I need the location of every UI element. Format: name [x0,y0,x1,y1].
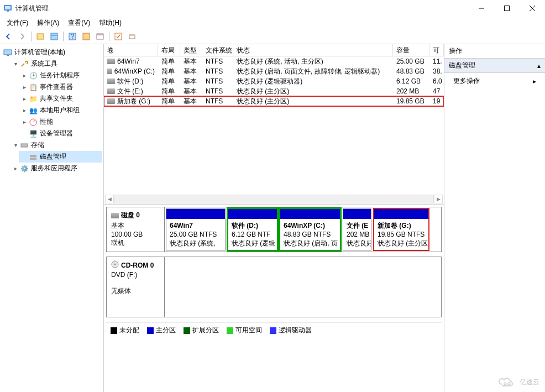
partition-box[interactable]: 新加卷 (G:) 19.85 GB NTFS 状态良好 (主分区 [374,208,429,250]
svg-rect-19 [7,55,9,56]
partition-stripe [280,209,340,219]
volume-row[interactable]: 新加卷 (G:) 简单 基本 NTFS 状态良好 (主分区) 19.85 GB … [104,96,444,106]
drive-icon [107,98,115,104]
tree-device-manager[interactable]: 🖥️设备管理器 [19,128,102,139]
cdrom-row[interactable]: CD-ROM 0 DVD (F:) 无媒体 [106,257,442,317]
expand-icon[interactable]: ▸ [21,96,28,102]
partition-stripe [374,209,428,219]
tree-system-tools[interactable]: ▾ 系统工具 [10,58,102,70]
disk-icon [111,213,119,218]
scroll-left-icon[interactable]: ◀ [105,195,114,203]
svg-rect-1 [5,6,11,9]
legend-free: 可用空间 [227,326,262,335]
users-icon: 👥 [29,106,38,115]
vol-name: 64Win7 [117,58,140,65]
col-layout[interactable]: 布局 [158,44,180,56]
partition-size: 25.00 GB NTFS [170,231,217,238]
collapse-icon[interactable]: ▴ [537,62,541,70]
tree-storage[interactable]: ▾ 存储 [10,139,102,151]
expand-icon[interactable]: ▸ [21,107,28,114]
collapse-icon[interactable]: ▾ [12,142,19,149]
volume-row[interactable]: 64WinXP (C:) 简单 基本 NTFS 状态良好 (启动, 页面文件, … [104,66,444,76]
toolbar-icon-6[interactable] [126,30,138,43]
scroll-right-icon[interactable]: ▶ [434,195,443,203]
col-filesystem[interactable]: 文件系统 [202,44,233,56]
maximize-button[interactable] [494,0,520,17]
scroll-track[interactable] [114,195,434,203]
volume-row[interactable]: 软件 (D:) 简单 基本 NTFS 状态良好 (逻辑驱动器) 6.12 GB … [104,76,444,86]
tree-local-users[interactable]: ▸👥本地用户和组 [19,104,102,116]
partition-title: 64WinXP (C:) [284,222,325,229]
forward-button[interactable] [16,30,28,43]
svg-point-26 [114,264,116,265]
col-status[interactable]: 状态 [233,44,393,56]
tree-performance[interactable]: ▸性能 [19,116,102,128]
svg-rect-14 [97,34,103,35]
actions-subhead[interactable]: 磁盘管理 ▴ [444,59,545,73]
tree-panel: 计算机管理(本地) ▾ 系统工具 ▸🕒任务计划程序 ▸📋事件查看器 ▸📁共享文件… [0,44,104,392]
svg-point-27 [504,383,506,385]
tree-root[interactable]: 计算机管理(本地) [1,46,102,58]
partition-box[interactable]: 文件 (E 202 MB 状态良好 [343,208,371,250]
actions-more[interactable]: 更多操作 ▸ [444,73,545,89]
svg-rect-17 [129,35,135,36]
expand-icon[interactable]: ▸ [21,119,28,126]
minimize-button[interactable] [469,0,494,17]
close-button[interactable] [520,0,545,17]
tree-shared-folders[interactable]: ▸📁共享文件夹 [19,93,102,104]
toolbar-icon-4[interactable] [94,30,106,43]
menu-help[interactable]: 帮助(H) [95,17,126,29]
menu-view[interactable]: 查看(V) [64,17,95,29]
svg-rect-18 [4,50,12,55]
hscrollbar[interactable]: ◀ ▶ [104,194,444,204]
expand-icon[interactable]: ▸ [21,84,28,91]
vol-free: 38. [429,67,444,76]
partition-status: 状态良好 (系统, [170,239,216,247]
tree-event-viewer[interactable]: ▸📋事件查看器 [19,81,102,93]
partition-stripe [166,209,225,219]
tree-label: 任务计划程序 [40,71,80,80]
drive-icon [107,79,115,84]
back-button[interactable] [2,30,14,43]
partition-box[interactable]: 64WinXP (C:) 48.83 GB NTFS 状态良好 (启动, 页 [280,208,340,250]
menubar: 文件(F) 操作(A) 查看(V) 帮助(H) [0,17,545,29]
partition-title: 新加卷 (G:) [378,222,411,229]
tree-disk-management[interactable]: 磁盘管理 [19,151,102,163]
cdrom-state: 无媒体 [111,286,160,296]
vol-status: 状态良好 (系统, 活动, 主分区) [233,56,393,67]
collapse-icon[interactable]: ▾ [12,61,19,67]
toolbar-icon-2[interactable] [48,30,60,43]
toolbar-icon-1[interactable] [34,30,46,43]
disk-row-0[interactable]: 磁盘 0 基本 100.00 GB 联机 64Win7 25.00 GB NTF… [106,207,442,252]
col-volume[interactable]: 卷 [104,44,158,56]
tree-label: 设备管理器 [40,129,73,138]
tree-task-scheduler[interactable]: ▸🕒任务计划程序 [19,70,102,81]
partition-box[interactable]: 64Win7 25.00 GB NTFS 状态良好 (系统, [166,208,226,250]
menu-action[interactable]: 操作(A) [33,17,64,29]
vol-layout: 简单 [158,66,180,77]
menu-file[interactable]: 文件(F) [2,17,33,29]
help-icon[interactable]: ? [66,30,78,43]
vol-fs: NTFS [202,77,233,86]
expand-icon[interactable]: ▸ [12,165,19,172]
expand-icon[interactable]: ▸ [21,72,28,79]
legend-primary: 主分区 [147,326,176,335]
col-capacity[interactable]: 容量 [393,44,429,56]
volume-row[interactable]: 文件 (E:) 简单 基本 NTFS 状态良好 (主分区) 202 MB 47 [104,86,444,96]
col-free[interactable]: 可 [429,44,444,56]
tree-label: 磁盘管理 [40,152,66,161]
vol-fs: NTFS [202,57,233,66]
toolbar-icon-5[interactable] [112,30,124,43]
partition-box[interactable]: 软件 (D:) 6.12 GB NTF 状态良好 (逻辑 [228,208,277,250]
toolbar-icon-3[interactable] [80,30,92,43]
legend: 未分配 主分区 扩展分区 可用空间 逻辑驱动器 [106,322,442,338]
disk-type: 基本 [111,221,160,231]
col-type[interactable]: 类型 [180,44,202,56]
volume-body[interactable]: 64Win7 简单 基本 NTFS 状态良好 (系统, 活动, 主分区) 25.… [104,56,444,194]
vol-name: 64WinXP (C:) [114,67,155,75]
window-controls [469,0,545,17]
vol-status: 状态良好 (启动, 页面文件, 故障转储, 逻辑驱动器) [233,66,393,77]
volume-row[interactable]: 64Win7 简单 基本 NTFS 状态良好 (系统, 活动, 主分区) 25.… [104,56,444,66]
vol-free: 11. [429,57,444,66]
tree-services[interactable]: ▸ ⚙️ 服务和应用程序 [10,163,102,174]
